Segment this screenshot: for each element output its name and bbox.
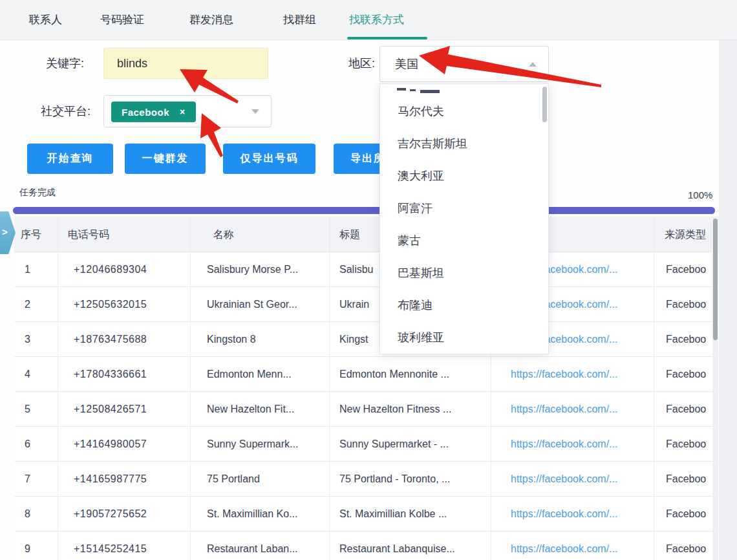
table-scrollbar-thumb[interactable]	[713, 219, 718, 340]
cell-phone: +12505632015	[58, 287, 191, 322]
region-dropdown: 马尔代夫吉尔吉斯斯坦澳大利亚阿富汗蒙古巴基斯坦布隆迪玻利维亚	[379, 83, 549, 354]
tab-2[interactable]: 号码验证	[100, 0, 144, 40]
region-option-1[interactable]: 马尔代夫	[380, 95, 548, 127]
region-option-5[interactable]: 蒙古	[380, 224, 548, 257]
platform-tag-label: Facebook	[122, 107, 169, 118]
region-selected-value: 美国	[395, 58, 418, 70]
platform-label: 社交平台:	[26, 103, 91, 119]
region-option-partial[interactable]	[380, 84, 548, 95]
cell-name: Kingston 8	[191, 322, 330, 357]
platform-select[interactable]: Facebook ×	[103, 95, 272, 127]
keyword-value: blinds	[117, 57, 147, 70]
table-row-8: 8+19057275652St. Maximillian Ko...St. Ma…	[14, 497, 719, 532]
table-row-1: 1+12046689304Salisbury Morse P...Salisbu…	[14, 252, 719, 287]
cell-title: Restaurant Labanquise...	[330, 532, 491, 560]
region-label: 地区:	[323, 56, 375, 71]
cell-phone: +12508426571	[58, 392, 191, 427]
platform-tag-facebook[interactable]: Facebook ×	[111, 102, 196, 122]
task-status-text: 任务完成	[19, 187, 56, 199]
progress-percent: 100%	[688, 189, 712, 200]
tag-remove-icon[interactable]: ×	[180, 107, 186, 117]
cell-name: Sunny Supermark...	[191, 427, 330, 462]
table-row-6: 6+14164980057Sunny Supermark...Sunny Sup…	[14, 427, 719, 462]
cell-index: 7	[14, 462, 58, 497]
progress-bar	[13, 207, 715, 214]
right-gutter	[719, 40, 737, 560]
sidebar-expand-handle[interactable]: >	[0, 211, 16, 254]
header-index: 序号	[14, 217, 58, 252]
cell-phone: +12046689304	[58, 252, 191, 287]
cell-link[interactable]: https://facebook.com/...	[491, 532, 654, 560]
cell-source: Faceboo	[654, 462, 719, 497]
cell-title: Edmonton Mennonite ...	[330, 357, 491, 392]
cell-index: 9	[14, 532, 58, 560]
app-window: 联系人号码验证群发消息找群组找联系方式 关键字: blinds 地区: 美国 社…	[0, 0, 737, 560]
cell-phone: +15145252415	[58, 532, 191, 560]
region-option-4[interactable]: 阿富汗	[380, 192, 548, 224]
keyword-input[interactable]: blinds	[103, 48, 268, 79]
tab-5[interactable]: 找联系方式	[349, 0, 404, 40]
region-option-8[interactable]: 玻利维亚	[380, 321, 548, 354]
cell-link[interactable]: https://facebook.com/...	[491, 357, 654, 392]
cell-index: 8	[14, 497, 58, 532]
expand-arrow-icon: >	[2, 226, 8, 237]
cell-source: Faceboo	[654, 392, 719, 427]
cell-name: Restaurant Laban...	[191, 532, 330, 560]
cell-index: 2	[14, 287, 58, 322]
cell-index: 5	[14, 392, 58, 427]
tab-1[interactable]: 联系人	[29, 0, 62, 40]
table-row-2: 2+12505632015Ukrainian St Geor...Ukrainh…	[14, 287, 719, 322]
action-button-2[interactable]: 一键群发	[125, 144, 206, 174]
cell-source: Faceboo	[654, 357, 719, 392]
cell-name: Salisbury Morse P...	[191, 252, 330, 287]
table-row-4: 4+17804336661Edmonton Menn...Edmonton Me…	[14, 357, 719, 392]
tab-3[interactable]: 群发消息	[189, 0, 233, 40]
chevron-up-icon	[529, 62, 537, 67]
cell-phone: +18763475688	[58, 322, 191, 357]
cell-source: Faceboo	[654, 497, 719, 532]
table-row-3: 3+18763475688Kingston 8Kingsthttps://fac…	[14, 322, 719, 357]
cell-link[interactable]: https://facebook.com/...	[491, 427, 654, 462]
region-options: 马尔代夫吉尔吉斯斯坦澳大利亚阿富汗蒙古巴基斯坦布隆迪玻利维亚	[380, 95, 548, 354]
cell-link[interactable]: https://facebook.com/...	[491, 462, 654, 497]
region-option-3[interactable]: 澳大利亚	[380, 160, 548, 192]
cell-source: Faceboo	[654, 532, 719, 560]
table-row-7: 7+1416598777575 Portland75 Portland - To…	[14, 462, 719, 497]
chevron-down-icon	[251, 109, 259, 114]
table-row-5: 5+12508426571New Hazelton Fit...New Haze…	[14, 392, 719, 427]
cell-source: Faceboo	[654, 287, 719, 322]
action-button-1[interactable]: 开始查询	[27, 144, 113, 174]
cell-name: St. Maximillian Ko...	[191, 497, 330, 532]
cell-link[interactable]: https://facebook.com/...	[491, 392, 654, 427]
cell-title: Sunny Supermarket - ...	[330, 427, 491, 462]
header-phone: 电话号码	[58, 217, 191, 252]
dropdown-scrollbar-thumb[interactable]	[542, 87, 547, 122]
cell-index: 1	[14, 252, 58, 287]
header-source: 来源类型	[654, 217, 719, 252]
cell-phone: +17804336661	[58, 357, 191, 392]
table-row-9: 9+15145252415Restaurant Laban...Restaura…	[14, 532, 719, 560]
cell-name: New Hazelton Fit...	[191, 392, 330, 427]
region-select[interactable]: 美国	[379, 46, 549, 82]
action-button-3[interactable]: 仅导出号码	[223, 144, 315, 174]
region-option-2[interactable]: 吉尔吉斯斯坦	[380, 127, 548, 160]
cell-index: 6	[14, 427, 58, 462]
progress-fill	[13, 207, 715, 214]
tab-4[interactable]: 找群组	[283, 0, 316, 40]
header-name: 名称	[191, 217, 330, 252]
cell-index: 4	[14, 357, 58, 392]
active-tab-underline	[347, 37, 427, 39]
region-option-6[interactable]: 巴基斯坦	[380, 257, 548, 289]
cell-source: Faceboo	[654, 252, 719, 287]
cell-phone: +14165987775	[58, 462, 191, 497]
cell-phone: +19057275652	[58, 497, 191, 532]
region-option-7[interactable]: 布隆迪	[380, 289, 548, 321]
cell-index: 3	[14, 322, 58, 357]
cell-source: Faceboo	[654, 322, 719, 357]
cell-title: New Hazelton Fitness ...	[330, 392, 491, 427]
cell-name: Ukrainian St Geor...	[191, 287, 330, 322]
cell-source: Faceboo	[654, 427, 719, 462]
cell-link[interactable]: https://facebook.com/...	[491, 497, 654, 532]
cell-title: 75 Portland - Toronto, ...	[330, 462, 491, 497]
table-header-row: 序号电话号码名称标题来源类型	[14, 217, 719, 252]
